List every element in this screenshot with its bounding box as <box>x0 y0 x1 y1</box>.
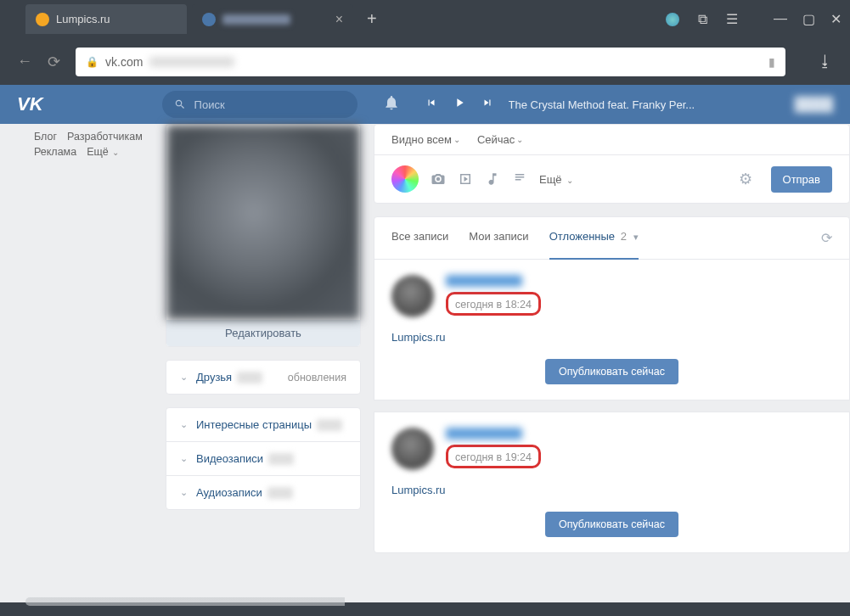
address-row: ← ⟳ 🔒 vk.com ▮ ⭳ <box>0 38 850 85</box>
player-prev-icon[interactable] <box>425 97 437 112</box>
window-minimize[interactable]: ― <box>774 11 787 27</box>
nav-reload[interactable]: ⟳ <box>48 53 60 71</box>
lock-icon: 🔒 <box>86 56 99 68</box>
search-placeholder: Поиск <box>194 98 225 111</box>
page-viewport: VK Поиск The Crystal Method feat. Franky… <box>0 85 850 602</box>
address-bar[interactable]: 🔒 vk.com ▮ <box>76 48 785 76</box>
profile-column: Редактировать ⌄ Друзья обновления ⌄ Инте… <box>166 124 361 602</box>
player-next-icon[interactable] <box>481 97 493 112</box>
footer-links: Блог Разработчикам Реклама Ещё ⌄ <box>34 124 153 602</box>
favicon-vk <box>202 13 216 26</box>
window-controls: ⧉ ☰ ― ▢ ✕ <box>666 11 842 27</box>
visibility-dropdown[interactable]: Видно всем ⌄ <box>391 133 460 146</box>
videos-count-blurred <box>268 453 294 465</box>
browser-tab-lumpics[interactable]: Lumpics.ru <box>25 4 187 34</box>
post-link[interactable]: Lumpics.ru <box>391 484 446 496</box>
composer-meta: Видно всем ⌄ Сейчас ⌄ <box>374 125 849 155</box>
tab-strip: Lumpics.ru × + ⧉ ☰ ― ▢ ✕ <box>0 0 850 38</box>
profile-photo[interactable] <box>166 125 360 320</box>
search-input[interactable]: Поиск <box>162 91 357 118</box>
composer-settings-icon[interactable]: ⚙ <box>739 170 752 188</box>
schedule-dropdown[interactable]: Сейчас ⌄ <box>477 133 523 146</box>
edit-profile-button[interactable]: Редактировать <box>166 320 360 346</box>
tab-title-blurred <box>222 14 290 25</box>
friends-card: ⌄ Друзья обновления <box>166 360 361 395</box>
search-icon <box>174 98 186 110</box>
chevron-down-icon: ▾ <box>633 232 639 242</box>
window-maximize[interactable]: ▢ <box>802 11 815 27</box>
address-extra-blurred <box>149 57 234 67</box>
send-button[interactable]: Отправ <box>771 166 832 193</box>
chevron-down-icon: ⌄ <box>180 453 188 464</box>
post-separator <box>374 400 850 412</box>
post-link[interactable]: Lumpics.ru <box>391 331 446 344</box>
publish-now-button[interactable]: Опубликовать сейчас <box>545 359 678 384</box>
chevron-down-icon: ⌄ <box>180 419 188 430</box>
sync-icon[interactable] <box>666 13 679 26</box>
nav-back[interactable]: ← <box>17 53 32 70</box>
tab-all-posts[interactable]: Все записи <box>391 217 448 259</box>
wall-column: Видно всем ⌄ Сейчас ⌄ Ещё ⌄ ⚙ Отправ <box>374 124 850 602</box>
post-avatar[interactable] <box>391 275 434 317</box>
post-author-blurred[interactable] <box>446 275 522 287</box>
downloads-icon[interactable]: ⭳ <box>818 53 833 70</box>
address-text: vk.com <box>105 55 143 69</box>
timestamp-highlight: сегодня в 18:24 <box>446 292 541 316</box>
chevron-down-icon: ⌄ <box>516 135 523 144</box>
post-avatar[interactable] <box>391 428 434 470</box>
library-icon[interactable]: ⧉ <box>698 12 707 27</box>
chevron-down-icon: ⌄ <box>180 372 188 383</box>
refresh-icon[interactable]: ⟳ <box>821 217 832 259</box>
sidebar-audio[interactable]: ⌄ Аудиозаписи <box>166 476 360 509</box>
attach-audio-icon[interactable] <box>485 171 500 187</box>
chevron-down-icon: ⌄ <box>110 148 120 157</box>
videos-label: Видеозаписи <box>196 452 263 465</box>
vk-logo[interactable]: VK <box>17 93 43 115</box>
wall-tabs: Все записи Мои записи Отложенные 2 ▾ ⟳ <box>374 217 849 260</box>
publish-now-button[interactable]: Опубликовать сейчас <box>545 512 678 537</box>
link-developers[interactable]: Разработчикам <box>67 131 143 143</box>
friends-updates[interactable]: обновления <box>288 372 346 384</box>
scheduled-count: 2 <box>621 230 627 243</box>
chevron-down-icon: ⌄ <box>180 487 188 498</box>
new-tab-button[interactable]: + <box>358 9 386 29</box>
header-username-blurred[interactable]: ████ <box>795 97 833 112</box>
side-multi-card: ⌄ Интересные страницы ⌄ Видеозаписи ⌄ Ау… <box>166 407 361 510</box>
sidebar-videos[interactable]: ⌄ Видеозаписи <box>166 442 360 475</box>
link-more[interactable]: Ещё ⌄ <box>87 146 119 158</box>
post-timestamp[interactable]: сегодня в 19:24 <box>455 451 532 463</box>
post-timestamp[interactable]: сегодня в 18:24 <box>455 299 532 311</box>
friends-label: Друзья <box>196 371 232 384</box>
horizontal-scrollbar[interactable] <box>25 597 825 606</box>
vk-header: VK Поиск The Crystal Method feat. Franky… <box>0 85 850 124</box>
favicon-lumpics <box>36 13 49 26</box>
player-track-title[interactable]: The Crystal Method feat. Franky Per... <box>509 98 695 111</box>
link-ads[interactable]: Реклама <box>34 146 76 158</box>
bookmark-icon[interactable]: ▮ <box>768 55 775 69</box>
menu-icon[interactable]: ☰ <box>726 11 738 27</box>
attach-article-icon[interactable] <box>512 171 527 187</box>
sidebar-pages[interactable]: ⌄ Интересные страницы <box>166 408 360 441</box>
attach-video-icon[interactable] <box>458 171 473 187</box>
link-blog[interactable]: Блог <box>34 131 57 143</box>
window-close[interactable]: ✕ <box>830 11 842 27</box>
composer-card: Видно всем ⌄ Сейчас ⌄ Ещё ⌄ ⚙ Отправ <box>374 124 850 204</box>
player-play-icon[interactable] <box>453 96 466 113</box>
tab-scheduled[interactable]: Отложенные 2 ▾ <box>549 217 639 259</box>
attach-photo-icon[interactable] <box>431 171 446 187</box>
sidebar-friends[interactable]: ⌄ Друзья обновления <box>166 361 360 394</box>
scheduled-post: сегодня в 18:24 Lumpics.ru Опубликовать … <box>374 260 849 400</box>
pages-count-blurred <box>317 419 342 431</box>
notifications-icon[interactable] <box>383 94 400 115</box>
composer-avatar[interactable] <box>391 165 419 193</box>
tab-my-posts[interactable]: Мои записи <box>469 217 528 259</box>
browser-chrome: Lumpics.ru × + ⧉ ☰ ― ▢ ✕ ← ⟳ 🔒 vk.com ▮ <box>0 0 850 85</box>
post-author-blurred[interactable] <box>446 428 522 440</box>
attach-more-dropdown[interactable]: Ещё ⌄ <box>539 173 573 186</box>
pages-label: Интересные страницы <box>196 418 312 431</box>
chevron-down-icon: ⌄ <box>453 135 460 144</box>
wall-card: Все записи Мои записи Отложенные 2 ▾ ⟳ <box>374 216 850 553</box>
tab-title: Lumpics.ru <box>56 13 110 25</box>
tab-close-icon[interactable]: × <box>335 12 343 27</box>
browser-tab-vk[interactable]: × <box>192 4 353 34</box>
